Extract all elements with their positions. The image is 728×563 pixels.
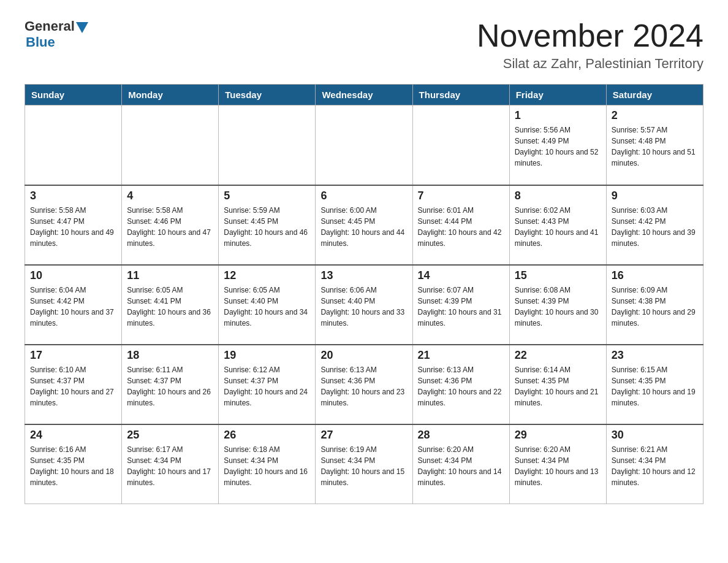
- day-info: Sunrise: 5:57 AMSunset: 4:48 PMDaylight:…: [612, 124, 698, 169]
- header: General Blue November 2024 Silat az Zahr…: [25, 18, 703, 72]
- day-number: 21: [418, 349, 504, 362]
- day-number: 28: [418, 429, 504, 442]
- calendar-week-row: 1Sunrise: 5:56 AMSunset: 4:49 PMDaylight…: [25, 105, 703, 185]
- calendar-cell: 6Sunrise: 6:00 AMSunset: 4:45 PMDaylight…: [316, 185, 412, 265]
- calendar-cell: 28Sunrise: 6:20 AMSunset: 4:34 PMDayligh…: [412, 424, 509, 504]
- calendar-cell: 1Sunrise: 5:56 AMSunset: 4:49 PMDaylight…: [509, 105, 606, 185]
- day-number: 11: [127, 269, 213, 282]
- location: Silat az Zahr, Palestinian Territory: [477, 56, 703, 72]
- day-info: Sunrise: 6:10 AMSunset: 4:37 PMDaylight:…: [30, 364, 116, 408]
- day-info: Sunrise: 6:13 AMSunset: 4:36 PMDaylight:…: [418, 364, 504, 408]
- day-number: 25: [127, 429, 213, 442]
- calendar-week-row: 17Sunrise: 6:10 AMSunset: 4:37 PMDayligh…: [25, 345, 703, 424]
- day-of-week-header: Tuesday: [219, 85, 316, 105]
- logo-blue-text: Blue: [26, 34, 55, 50]
- day-info: Sunrise: 6:02 AMSunset: 4:43 PMDaylight:…: [515, 205, 601, 249]
- day-number: 18: [127, 349, 213, 362]
- day-of-week-header: Saturday: [606, 85, 703, 105]
- calendar-cell: [122, 105, 219, 185]
- calendar-week-row: 3Sunrise: 5:58 AMSunset: 4:47 PMDaylight…: [25, 185, 703, 265]
- day-info: Sunrise: 6:20 AMSunset: 4:34 PMDaylight:…: [418, 444, 504, 488]
- day-info: Sunrise: 6:19 AMSunset: 4:34 PMDaylight:…: [320, 444, 407, 488]
- calendar-cell: 17Sunrise: 6:10 AMSunset: 4:37 PMDayligh…: [25, 345, 122, 424]
- calendar-cell: 30Sunrise: 6:21 AMSunset: 4:34 PMDayligh…: [606, 424, 703, 504]
- day-info: Sunrise: 6:05 AMSunset: 4:40 PMDaylight:…: [224, 285, 310, 329]
- calendar-cell: 26Sunrise: 6:18 AMSunset: 4:34 PMDayligh…: [219, 424, 316, 504]
- day-number: 30: [612, 429, 698, 442]
- calendar-cell: [412, 105, 509, 185]
- day-info: Sunrise: 6:12 AMSunset: 4:37 PMDaylight:…: [224, 364, 310, 408]
- calendar-cell: 11Sunrise: 6:05 AMSunset: 4:41 PMDayligh…: [122, 265, 219, 345]
- day-info: Sunrise: 6:18 AMSunset: 4:34 PMDaylight:…: [224, 444, 310, 488]
- calendar-cell: 23Sunrise: 6:15 AMSunset: 4:35 PMDayligh…: [606, 345, 703, 424]
- day-info: Sunrise: 6:05 AMSunset: 4:41 PMDaylight:…: [127, 285, 213, 329]
- day-number: 13: [320, 269, 407, 282]
- day-info: Sunrise: 6:15 AMSunset: 4:35 PMDaylight:…: [612, 364, 698, 408]
- calendar-cell: 20Sunrise: 6:13 AMSunset: 4:36 PMDayligh…: [316, 345, 412, 424]
- day-info: Sunrise: 5:56 AMSunset: 4:49 PMDaylight:…: [515, 124, 601, 169]
- calendar-cell: 29Sunrise: 6:20 AMSunset: 4:34 PMDayligh…: [509, 424, 606, 504]
- day-info: Sunrise: 6:17 AMSunset: 4:34 PMDaylight:…: [127, 444, 213, 488]
- day-info: Sunrise: 6:08 AMSunset: 4:39 PMDaylight:…: [515, 285, 601, 329]
- day-info: Sunrise: 6:01 AMSunset: 4:44 PMDaylight:…: [418, 205, 504, 249]
- day-number: 16: [612, 269, 698, 282]
- calendar-cell: 7Sunrise: 6:01 AMSunset: 4:44 PMDaylight…: [412, 185, 509, 265]
- month-title: November 2024: [477, 18, 703, 53]
- calendar-cell: 2Sunrise: 5:57 AMSunset: 4:48 PMDaylight…: [606, 105, 703, 185]
- calendar-cell: 13Sunrise: 6:06 AMSunset: 4:40 PMDayligh…: [316, 265, 412, 345]
- calendar-cell: 25Sunrise: 6:17 AMSunset: 4:34 PMDayligh…: [122, 424, 219, 504]
- calendar-cell: 16Sunrise: 6:09 AMSunset: 4:38 PMDayligh…: [606, 265, 703, 345]
- calendar-header-row: SundayMondayTuesdayWednesdayThursdayFrid…: [25, 85, 703, 105]
- day-number: 20: [320, 349, 407, 362]
- day-number: 8: [515, 190, 601, 202]
- logo-triangle-icon: [76, 22, 88, 33]
- day-of-week-header: Sunday: [25, 85, 122, 105]
- calendar-cell: [25, 105, 122, 185]
- day-number: 17: [30, 349, 116, 362]
- day-info: Sunrise: 6:21 AMSunset: 4:34 PMDaylight:…: [612, 444, 698, 488]
- calendar-cell: 27Sunrise: 6:19 AMSunset: 4:34 PMDayligh…: [316, 424, 412, 504]
- day-info: Sunrise: 6:03 AMSunset: 4:42 PMDaylight:…: [612, 205, 698, 249]
- calendar: SundayMondayTuesdayWednesdayThursdayFrid…: [25, 84, 703, 504]
- day-of-week-header: Monday: [122, 85, 219, 105]
- day-info: Sunrise: 6:16 AMSunset: 4:35 PMDaylight:…: [30, 444, 116, 488]
- day-of-week-header: Wednesday: [316, 85, 412, 105]
- day-number: 3: [30, 190, 116, 202]
- calendar-cell: 21Sunrise: 6:13 AMSunset: 4:36 PMDayligh…: [412, 345, 509, 424]
- calendar-cell: 15Sunrise: 6:08 AMSunset: 4:39 PMDayligh…: [509, 265, 606, 345]
- day-number: 23: [612, 349, 698, 362]
- day-number: 14: [418, 269, 504, 282]
- day-info: Sunrise: 6:13 AMSunset: 4:36 PMDaylight:…: [320, 364, 407, 408]
- calendar-cell: 19Sunrise: 6:12 AMSunset: 4:37 PMDayligh…: [219, 345, 316, 424]
- title-area: November 2024 Silat az Zahr, Palestinian…: [477, 18, 703, 72]
- day-number: 27: [320, 429, 407, 442]
- day-number: 10: [30, 269, 116, 282]
- day-info: Sunrise: 6:00 AMSunset: 4:45 PMDaylight:…: [320, 205, 407, 249]
- day-number: 29: [515, 429, 601, 442]
- day-info: Sunrise: 6:09 AMSunset: 4:38 PMDaylight:…: [612, 285, 698, 329]
- day-info: Sunrise: 6:07 AMSunset: 4:39 PMDaylight:…: [418, 285, 504, 329]
- calendar-cell: 3Sunrise: 5:58 AMSunset: 4:47 PMDaylight…: [25, 185, 122, 265]
- logo-general-text: General: [25, 18, 75, 34]
- day-info: Sunrise: 6:04 AMSunset: 4:42 PMDaylight:…: [30, 285, 116, 329]
- day-number: 6: [320, 190, 407, 202]
- day-number: 22: [515, 349, 601, 362]
- calendar-week-row: 10Sunrise: 6:04 AMSunset: 4:42 PMDayligh…: [25, 265, 703, 345]
- calendar-cell: 14Sunrise: 6:07 AMSunset: 4:39 PMDayligh…: [412, 265, 509, 345]
- calendar-cell: [316, 105, 412, 185]
- day-of-week-header: Friday: [509, 85, 606, 105]
- day-info: Sunrise: 6:06 AMSunset: 4:40 PMDaylight:…: [320, 285, 407, 329]
- day-info: Sunrise: 5:58 AMSunset: 4:46 PMDaylight:…: [127, 205, 213, 249]
- calendar-cell: 9Sunrise: 6:03 AMSunset: 4:42 PMDaylight…: [606, 185, 703, 265]
- calendar-cell: 22Sunrise: 6:14 AMSunset: 4:35 PMDayligh…: [509, 345, 606, 424]
- calendar-cell: 12Sunrise: 6:05 AMSunset: 4:40 PMDayligh…: [219, 265, 316, 345]
- day-number: 26: [224, 429, 310, 442]
- logo: General Blue: [25, 18, 89, 50]
- calendar-cell: 4Sunrise: 5:58 AMSunset: 4:46 PMDaylight…: [122, 185, 219, 265]
- calendar-week-row: 24Sunrise: 6:16 AMSunset: 4:35 PMDayligh…: [25, 424, 703, 504]
- day-number: 7: [418, 190, 504, 202]
- calendar-cell: 10Sunrise: 6:04 AMSunset: 4:42 PMDayligh…: [25, 265, 122, 345]
- day-info: Sunrise: 5:59 AMSunset: 4:45 PMDaylight:…: [224, 205, 310, 249]
- day-of-week-header: Thursday: [412, 85, 509, 105]
- calendar-cell: [219, 105, 316, 185]
